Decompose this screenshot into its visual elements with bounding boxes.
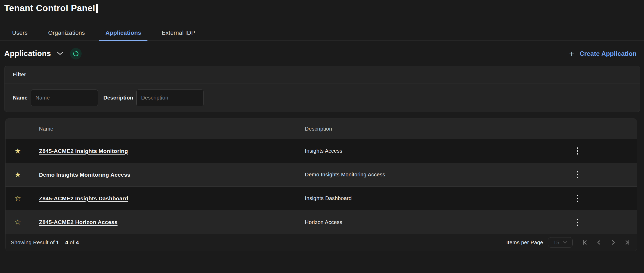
pagination-controls: Items per Page 15 bbox=[506, 237, 631, 248]
tab-bar: Users Organizations Applications Externa… bbox=[0, 25, 644, 41]
results-of: of bbox=[70, 240, 74, 245]
actions-column-header bbox=[571, 119, 637, 139]
next-page-button[interactable] bbox=[610, 239, 616, 246]
tab-external-idp[interactable]: External IDP bbox=[155, 25, 201, 41]
table-body: ★Z845-ACME2 Insights MonitoringInsights … bbox=[6, 139, 637, 234]
kebab-menu-button[interactable] bbox=[574, 145, 581, 157]
column-header-description: Description bbox=[305, 119, 571, 139]
star-outline-icon[interactable]: ☆ bbox=[14, 195, 21, 202]
star-column-header bbox=[6, 119, 39, 139]
star-filled-icon[interactable]: ★ bbox=[14, 147, 21, 155]
kebab-dot bbox=[577, 195, 578, 196]
tab-users[interactable]: Users bbox=[6, 25, 34, 41]
kebab-dot bbox=[577, 153, 578, 155]
kebab-dot bbox=[577, 147, 578, 149]
section-title: Applications bbox=[4, 49, 51, 58]
table-row: ★Z845-ACME2 Insights MonitoringInsights … bbox=[6, 139, 637, 163]
application-name-link[interactable]: Z845-ACME2 Horizon Access bbox=[39, 219, 117, 225]
description-filter-label: Description bbox=[103, 95, 133, 101]
results-total: 4 bbox=[76, 240, 79, 245]
application-description: Horizon Access bbox=[305, 210, 571, 234]
kebab-dot bbox=[577, 198, 578, 199]
next-page-icon bbox=[610, 239, 616, 246]
kebab-dot bbox=[577, 201, 578, 202]
results-range: 1 – 4 bbox=[56, 240, 68, 245]
filter-title: Filter bbox=[4, 66, 640, 83]
application-name-link[interactable]: Z845-ACME2 Insights Dashboard bbox=[39, 195, 128, 201]
star-filled-icon[interactable]: ★ bbox=[14, 171, 21, 178]
applications-table: Name Description ★Z845-ACME2 Insights Mo… bbox=[6, 119, 637, 234]
create-application-button[interactable]: + Create Application bbox=[569, 49, 637, 58]
refresh-button[interactable] bbox=[70, 48, 82, 59]
kebab-dot bbox=[577, 171, 578, 172]
table-row: ☆Z845-ACME2 Horizon AccessHorizon Access bbox=[6, 210, 637, 234]
chevron-down-icon bbox=[563, 241, 567, 244]
kebab-menu-button[interactable] bbox=[574, 193, 581, 204]
tab-applications[interactable]: Applications bbox=[99, 25, 148, 41]
application-name-link[interactable]: Demo Insights Monitoring Access bbox=[39, 172, 130, 178]
results-summary: Showing Result of 1 – 4 of 4 bbox=[11, 240, 79, 246]
star-outline-icon[interactable]: ☆ bbox=[14, 219, 21, 226]
plus-icon: + bbox=[569, 49, 574, 58]
description-filter-input[interactable] bbox=[136, 90, 204, 106]
items-per-page-select[interactable]: 15 bbox=[548, 237, 573, 248]
table-row: ★Demo Insights Monitoring AccessDemo Ins… bbox=[6, 163, 637, 187]
last-page-button[interactable] bbox=[624, 239, 631, 246]
previous-page-icon bbox=[596, 239, 602, 246]
page-size-value: 15 bbox=[553, 240, 559, 246]
application-name-link[interactable]: Z845-ACME2 Insights Monitoring bbox=[39, 148, 128, 154]
create-application-label: Create Application bbox=[579, 50, 637, 57]
filter-panel: Filter Name Description bbox=[4, 66, 640, 112]
table-footer: Showing Result of 1 – 4 of 4 Items per P… bbox=[6, 234, 637, 251]
previous-page-button[interactable] bbox=[596, 239, 602, 246]
tab-organizations[interactable]: Organizations bbox=[42, 25, 91, 41]
column-header-name: Name bbox=[39, 119, 305, 139]
page-title: Tenant Control Panel bbox=[4, 3, 95, 13]
kebab-dot bbox=[577, 150, 578, 152]
application-description: Insights Access bbox=[305, 139, 571, 163]
items-per-page-label: Items per Page bbox=[506, 240, 543, 246]
section-header: Applications + Create Application bbox=[0, 41, 644, 59]
kebab-menu-button[interactable] bbox=[574, 169, 581, 180]
kebab-dot bbox=[577, 222, 578, 223]
kebab-dot bbox=[577, 177, 578, 178]
kebab-dot bbox=[577, 225, 578, 226]
results-summary-prefix: Showing Result of bbox=[11, 240, 55, 245]
application-description: Demo Insights Monitoring Access bbox=[305, 163, 571, 187]
applications-table-card: Name Description ★Z845-ACME2 Insights Mo… bbox=[5, 118, 637, 251]
table-header-row: Name Description bbox=[6, 119, 637, 139]
kebab-dot bbox=[577, 174, 578, 175]
refresh-icon bbox=[72, 50, 79, 57]
first-page-icon bbox=[582, 239, 588, 246]
name-filter-label: Name bbox=[13, 95, 28, 101]
last-page-icon bbox=[624, 239, 631, 246]
application-description: Insights Dashboard bbox=[305, 187, 571, 210]
chevron-down-icon[interactable] bbox=[57, 52, 63, 56]
page-header: Tenant Control Panel bbox=[0, 0, 644, 13]
text-cursor bbox=[96, 4, 98, 13]
first-page-button[interactable] bbox=[582, 239, 588, 246]
kebab-menu-button[interactable] bbox=[574, 217, 581, 228]
name-filter-input[interactable] bbox=[31, 90, 98, 106]
kebab-dot bbox=[577, 219, 578, 220]
table-row: ☆Z845-ACME2 Insights DashboardInsights D… bbox=[6, 187, 637, 210]
